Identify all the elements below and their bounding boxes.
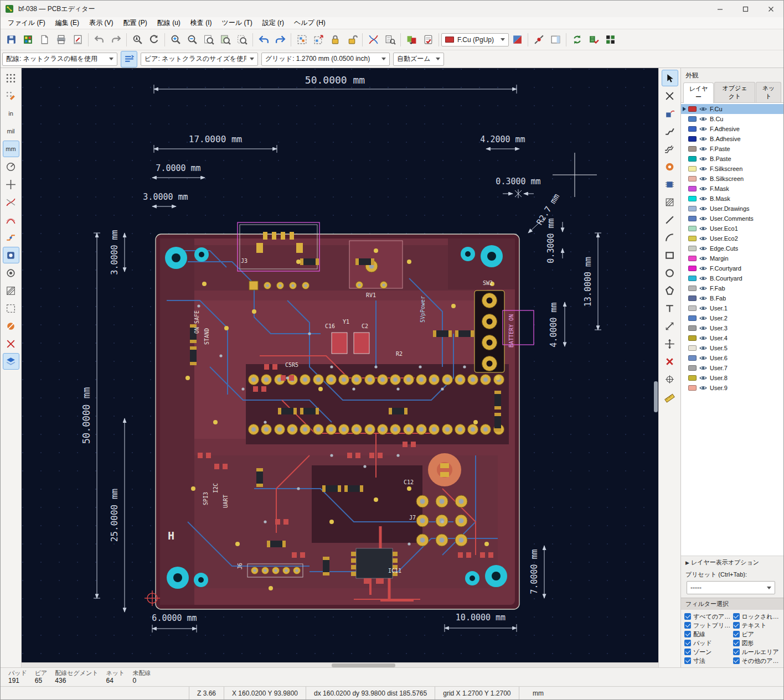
- maximize-button[interactable]: [733, 1, 758, 17]
- find-button[interactable]: [129, 32, 146, 48]
- menu-item[interactable]: ツール (T): [216, 17, 257, 29]
- local-ratsnest-tool[interactable]: [662, 105, 678, 122]
- checkbox-icon[interactable]: [733, 622, 740, 629]
- draw-line-tool[interactable]: [662, 211, 678, 228]
- visibility-eye-icon[interactable]: [699, 225, 707, 232]
- draw-circle-tool[interactable]: [662, 265, 678, 281]
- layer-color-swatch[interactable]: [688, 236, 697, 241]
- menu-item[interactable]: ヘルプ (H): [289, 17, 331, 29]
- visibility-eye-icon[interactable]: [699, 155, 707, 163]
- layer-row[interactable]: B.Mask: [681, 194, 783, 204]
- refresh-button[interactable]: [146, 32, 162, 48]
- visibility-eye-icon[interactable]: [699, 354, 707, 362]
- visibility-eye-icon[interactable]: [699, 105, 707, 113]
- net-inspector-button[interactable]: [381, 32, 398, 48]
- visibility-eye-icon[interactable]: [699, 284, 707, 292]
- highlight-net-tool[interactable]: [662, 87, 678, 104]
- filter-checkbox-item[interactable]: テキスト: [733, 621, 781, 629]
- visibility-eye-icon[interactable]: [699, 344, 707, 352]
- visibility-eye-icon[interactable]: [699, 145, 707, 153]
- visibility-eye-icon[interactable]: [699, 195, 707, 203]
- canvas-horizontal-scrollbar[interactable]: [22, 662, 658, 667]
- via-size-select[interactable]: ビア: ネットクラスのサイズを使用: [141, 53, 258, 66]
- drc-button[interactable]: [420, 32, 436, 48]
- add-dimension-tool[interactable]: [662, 318, 678, 334]
- add-text-tool[interactable]: [662, 300, 678, 317]
- unlock-button[interactable]: [343, 32, 360, 48]
- visibility-eye-icon[interactable]: [699, 175, 707, 183]
- menu-item[interactable]: 表示 (V): [84, 17, 118, 29]
- grid-settings-button[interactable]: [3, 87, 19, 104]
- plot-button[interactable]: [69, 32, 86, 48]
- layer-row[interactable]: B.Courtyard: [681, 273, 783, 283]
- zone-fill-mode-toggle[interactable]: [3, 282, 19, 299]
- layer-row[interactable]: User.4: [681, 333, 783, 343]
- group-button[interactable]: [293, 32, 310, 48]
- net-highlight-toggle[interactable]: [3, 229, 19, 246]
- layer-color-swatch[interactable]: [688, 206, 697, 211]
- layer-row[interactable]: B.Silkscreen: [681, 174, 783, 184]
- layer-color-swatch[interactable]: [688, 276, 697, 281]
- visibility-eye-icon[interactable]: [699, 294, 707, 302]
- layer-color-swatch[interactable]: [688, 315, 697, 321]
- layer-row[interactable]: B.Cu: [681, 114, 783, 124]
- print-button[interactable]: [53, 32, 69, 48]
- visibility-eye-icon[interactable]: [699, 364, 707, 372]
- properties-panel-button[interactable]: [547, 32, 564, 48]
- layer-color-swatch[interactable]: [688, 385, 697, 391]
- filter-checkbox-item[interactable]: ルールエリア: [733, 648, 781, 656]
- layer-row[interactable]: User.3: [681, 323, 783, 333]
- checkbox-icon[interactable]: [733, 640, 740, 646]
- appearance-tab[interactable]: オブジェクト: [714, 82, 755, 102]
- layer-color-swatch[interactable]: [688, 246, 697, 251]
- route-diffpair-tool[interactable]: [662, 141, 678, 157]
- measure-tool[interactable]: [662, 388, 678, 405]
- checkbox-icon[interactable]: [684, 640, 691, 646]
- visibility-eye-icon[interactable]: [699, 324, 707, 332]
- layer-row[interactable]: B.Fab: [681, 293, 783, 303]
- menu-item[interactable]: ファイル (F): [3, 17, 50, 29]
- scrollbar-thumb[interactable]: [332, 663, 395, 667]
- zoom-out-button[interactable]: [184, 32, 200, 48]
- visibility-eye-icon[interactable]: [699, 245, 707, 252]
- history-forward-button[interactable]: [272, 32, 288, 48]
- layer-row[interactable]: Edge.Cuts: [681, 243, 783, 253]
- layer-row[interactable]: User.2: [681, 313, 783, 323]
- checkbox-icon[interactable]: [733, 649, 740, 655]
- unit-in-button[interactable]: in: [3, 105, 19, 122]
- filter-checkbox-item[interactable]: フットプリント: [684, 621, 732, 629]
- layer-color-swatch[interactable]: [688, 266, 697, 271]
- layer-color-swatch[interactable]: [688, 286, 697, 291]
- minimize-button[interactable]: [707, 1, 733, 17]
- checkbox-icon[interactable]: [684, 622, 691, 629]
- layer-row[interactable]: User.8: [681, 373, 783, 383]
- layer-row[interactable]: User.Comments: [681, 214, 783, 224]
- align-distribute-tool[interactable]: [662, 335, 678, 352]
- layer-color-swatch[interactable]: [688, 176, 697, 182]
- track-width-select[interactable]: 配線: ネットクラスの幅を使用: [2, 53, 117, 66]
- filter-checkbox-item[interactable]: ロックされたアイテム: [733, 613, 781, 620]
- route-track-tool[interactable]: [662, 123, 678, 139]
- layer-row[interactable]: F.Cu: [681, 104, 783, 114]
- router-settings-button[interactable]: [530, 32, 547, 48]
- unit-mil-button[interactable]: mil: [3, 123, 19, 139]
- visibility-eye-icon[interactable]: [699, 384, 707, 392]
- layer-row[interactable]: F.Silkscreen: [681, 164, 783, 174]
- layer-row[interactable]: User.Eco1: [681, 224, 783, 234]
- filter-checkbox-item[interactable]: 図形: [733, 639, 781, 647]
- layer-row[interactable]: B.Adhesive: [681, 134, 783, 144]
- filter-checkbox-item[interactable]: ゾーン: [684, 648, 732, 656]
- footprint-check-button[interactable]: [585, 32, 602, 48]
- select-tool[interactable]: [662, 70, 678, 86]
- layer-row[interactable]: User.Drawings: [681, 204, 783, 214]
- visibility-eye-icon[interactable]: [699, 304, 707, 312]
- layer-row[interactable]: User.1: [681, 303, 783, 313]
- auto-track-width-toggle[interactable]: [121, 51, 137, 68]
- visibility-eye-icon[interactable]: [699, 165, 707, 173]
- add-via-tool[interactable]: [662, 158, 678, 175]
- visibility-eye-icon[interactable]: [699, 374, 707, 382]
- curved-ratsnest-toggle[interactable]: [3, 211, 19, 228]
- delete-tool[interactable]: [662, 353, 678, 370]
- checkbox-icon[interactable]: [684, 657, 691, 664]
- ratsnest-visibility-toggle[interactable]: [3, 194, 19, 210]
